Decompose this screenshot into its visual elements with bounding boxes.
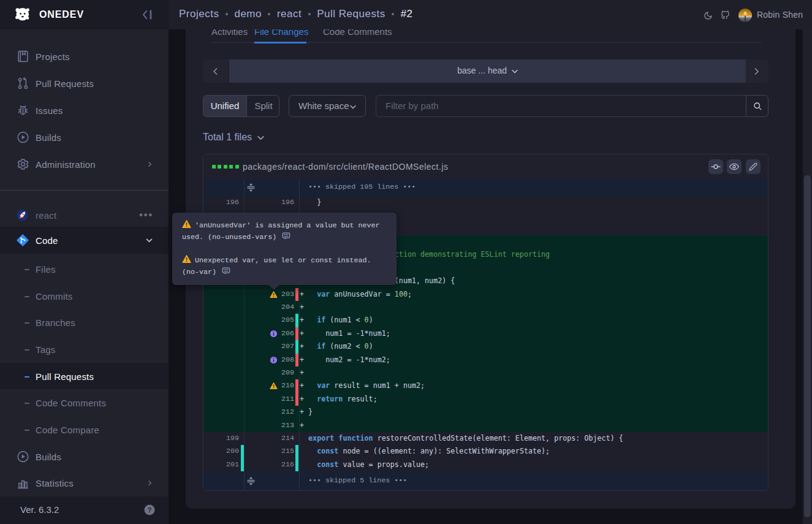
svg-text:?: ? [147, 506, 151, 514]
